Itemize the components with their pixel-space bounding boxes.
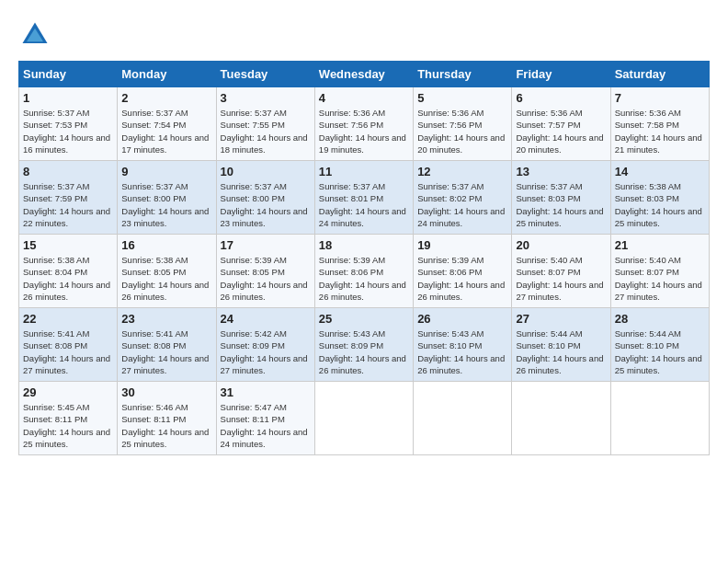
calendar-cell <box>314 382 413 455</box>
day-info: Sunrise: 5:38 AM Sunset: 8:04 PM Dayligh… <box>23 254 113 303</box>
calendar-cell: 9 Sunrise: 5:37 AM Sunset: 8:00 PM Dayli… <box>118 161 216 235</box>
day-number: 11 <box>319 165 409 178</box>
calendar-cell: 28 Sunrise: 5:44 AM Sunset: 8:10 PM Dayl… <box>610 308 709 382</box>
day-number: 19 <box>417 238 507 252</box>
calendar-cell: 23 Sunrise: 5:41 AM Sunset: 8:08 PM Dayl… <box>118 308 216 382</box>
header <box>18 18 710 52</box>
day-number: 15 <box>23 238 113 252</box>
day-number: 17 <box>221 238 311 252</box>
day-number: 8 <box>23 165 113 178</box>
day-info: Sunrise: 5:39 AM Sunset: 8:05 PM Dayligh… <box>221 254 311 303</box>
calendar-cell: 27 Sunrise: 5:44 AM Sunset: 8:10 PM Dayl… <box>512 308 610 382</box>
day-number: 25 <box>319 312 409 326</box>
day-number: 23 <box>121 312 211 326</box>
weekday-header: Monday <box>118 62 216 87</box>
weekday-header: Saturday <box>610 62 709 87</box>
calendar-cell: 11 Sunrise: 5:37 AM Sunset: 8:01 PM Dayl… <box>314 161 413 235</box>
day-info: Sunrise: 5:37 AM Sunset: 7:53 PM Dayligh… <box>23 107 113 155</box>
day-info: Sunrise: 5:36 AM Sunset: 7:56 PM Dayligh… <box>417 107 507 155</box>
day-info: Sunrise: 5:36 AM Sunset: 7:58 PM Dayligh… <box>615 107 705 155</box>
day-info: Sunrise: 5:37 AM Sunset: 8:00 PM Dayligh… <box>121 180 211 229</box>
weekday-header: Wednesday <box>314 62 413 87</box>
day-info: Sunrise: 5:41 AM Sunset: 8:08 PM Dayligh… <box>23 327 113 376</box>
calendar-cell: 2 Sunrise: 5:37 AM Sunset: 7:54 PM Dayli… <box>118 87 216 161</box>
calendar-cell <box>512 382 610 455</box>
calendar-cell: 25 Sunrise: 5:43 AM Sunset: 8:09 PM Dayl… <box>314 308 413 382</box>
day-info: Sunrise: 5:44 AM Sunset: 8:10 PM Dayligh… <box>516 327 606 376</box>
calendar-cell: 30 Sunrise: 5:46 AM Sunset: 8:11 PM Dayl… <box>118 382 216 455</box>
day-info: Sunrise: 5:37 AM Sunset: 7:54 PM Dayligh… <box>121 107 211 155</box>
day-info: Sunrise: 5:39 AM Sunset: 8:06 PM Dayligh… <box>417 254 507 303</box>
calendar-cell: 12 Sunrise: 5:37 AM Sunset: 8:02 PM Dayl… <box>414 161 512 235</box>
day-info: Sunrise: 5:46 AM Sunset: 8:11 PM Dayligh… <box>121 401 211 450</box>
day-number: 22 <box>23 312 113 326</box>
day-number: 6 <box>516 91 606 105</box>
day-number: 10 <box>221 165 311 178</box>
day-number: 7 <box>615 91 705 105</box>
day-info: Sunrise: 5:37 AM Sunset: 8:02 PM Dayligh… <box>417 180 507 229</box>
day-info: Sunrise: 5:37 AM Sunset: 8:01 PM Dayligh… <box>319 180 409 229</box>
day-number: 28 <box>615 312 705 326</box>
day-number: 12 <box>417 165 507 178</box>
day-number: 3 <box>221 91 311 105</box>
logo <box>18 18 57 52</box>
day-info: Sunrise: 5:38 AM Sunset: 8:03 PM Dayligh… <box>615 180 705 229</box>
day-number: 21 <box>615 238 705 252</box>
calendar-cell: 1 Sunrise: 5:37 AM Sunset: 7:53 PM Dayli… <box>19 87 118 161</box>
day-info: Sunrise: 5:37 AM Sunset: 7:55 PM Dayligh… <box>221 107 311 155</box>
day-number: 30 <box>121 385 211 399</box>
calendar-cell: 8 Sunrise: 5:37 AM Sunset: 7:59 PM Dayli… <box>19 161 118 235</box>
calendar-cell: 21 Sunrise: 5:40 AM Sunset: 8:07 PM Dayl… <box>610 235 709 308</box>
calendar-cell: 3 Sunrise: 5:37 AM Sunset: 7:55 PM Dayli… <box>216 87 314 161</box>
calendar-cell: 26 Sunrise: 5:43 AM Sunset: 8:10 PM Dayl… <box>414 308 512 382</box>
calendar-cell: 16 Sunrise: 5:38 AM Sunset: 8:05 PM Dayl… <box>118 235 216 308</box>
calendar-cell: 20 Sunrise: 5:40 AM Sunset: 8:07 PM Dayl… <box>512 235 610 308</box>
day-number: 13 <box>516 165 606 178</box>
calendar-cell: 14 Sunrise: 5:38 AM Sunset: 8:03 PM Dayl… <box>610 161 709 235</box>
day-number: 4 <box>319 91 409 105</box>
calendar-cell: 19 Sunrise: 5:39 AM Sunset: 8:06 PM Dayl… <box>414 235 512 308</box>
weekday-header: Thursday <box>414 62 512 87</box>
day-info: Sunrise: 5:41 AM Sunset: 8:08 PM Dayligh… <box>121 327 211 376</box>
day-info: Sunrise: 5:38 AM Sunset: 8:05 PM Dayligh… <box>121 254 211 303</box>
calendar-cell: 17 Sunrise: 5:39 AM Sunset: 8:05 PM Dayl… <box>216 235 314 308</box>
day-number: 27 <box>516 312 606 326</box>
calendar-cell: 10 Sunrise: 5:37 AM Sunset: 8:00 PM Dayl… <box>216 161 314 235</box>
day-info: Sunrise: 5:43 AM Sunset: 8:09 PM Dayligh… <box>319 327 409 376</box>
calendar-cell: 13 Sunrise: 5:37 AM Sunset: 8:03 PM Dayl… <box>512 161 610 235</box>
calendar-cell: 24 Sunrise: 5:42 AM Sunset: 8:09 PM Dayl… <box>216 308 314 382</box>
day-number: 9 <box>121 165 211 178</box>
day-number: 31 <box>221 385 311 399</box>
day-info: Sunrise: 5:37 AM Sunset: 8:03 PM Dayligh… <box>516 180 606 229</box>
weekday-header: Friday <box>512 62 610 87</box>
day-number: 5 <box>417 91 507 105</box>
calendar-cell <box>610 382 709 455</box>
calendar-header: SundayMondayTuesdayWednesdayThursdayFrid… <box>19 62 710 87</box>
calendar-cell: 5 Sunrise: 5:36 AM Sunset: 7:56 PM Dayli… <box>414 87 512 161</box>
calendar-cell: 22 Sunrise: 5:41 AM Sunset: 8:08 PM Dayl… <box>19 308 118 382</box>
day-number: 18 <box>319 238 409 252</box>
weekday-header: Sunday <box>19 62 118 87</box>
day-info: Sunrise: 5:42 AM Sunset: 8:09 PM Dayligh… <box>221 327 311 376</box>
day-info: Sunrise: 5:36 AM Sunset: 7:57 PM Dayligh… <box>516 107 606 155</box>
calendar-cell: 31 Sunrise: 5:47 AM Sunset: 8:11 PM Dayl… <box>216 382 314 455</box>
calendar-cell: 7 Sunrise: 5:36 AM Sunset: 7:58 PM Dayli… <box>610 87 709 161</box>
day-info: Sunrise: 5:40 AM Sunset: 8:07 PM Dayligh… <box>516 254 606 303</box>
day-info: Sunrise: 5:39 AM Sunset: 8:06 PM Dayligh… <box>319 254 409 303</box>
day-number: 24 <box>221 312 311 326</box>
day-number: 20 <box>516 238 606 252</box>
weekday-header: Tuesday <box>216 62 314 87</box>
calendar-cell: 18 Sunrise: 5:39 AM Sunset: 8:06 PM Dayl… <box>314 235 413 308</box>
calendar-cell: 4 Sunrise: 5:36 AM Sunset: 7:56 PM Dayli… <box>314 87 413 161</box>
calendar-table: SundayMondayTuesdayWednesdayThursdayFrid… <box>18 61 710 455</box>
calendar-cell: 15 Sunrise: 5:38 AM Sunset: 8:04 PM Dayl… <box>19 235 118 308</box>
day-number: 14 <box>615 165 705 178</box>
day-info: Sunrise: 5:37 AM Sunset: 7:59 PM Dayligh… <box>23 180 113 229</box>
day-number: 2 <box>121 91 211 105</box>
day-number: 26 <box>417 312 507 326</box>
calendar-cell: 6 Sunrise: 5:36 AM Sunset: 7:57 PM Dayli… <box>512 87 610 161</box>
day-number: 1 <box>23 91 113 105</box>
day-info: Sunrise: 5:44 AM Sunset: 8:10 PM Dayligh… <box>615 327 705 376</box>
day-info: Sunrise: 5:47 AM Sunset: 8:11 PM Dayligh… <box>221 401 311 450</box>
day-info: Sunrise: 5:40 AM Sunset: 8:07 PM Dayligh… <box>615 254 705 303</box>
